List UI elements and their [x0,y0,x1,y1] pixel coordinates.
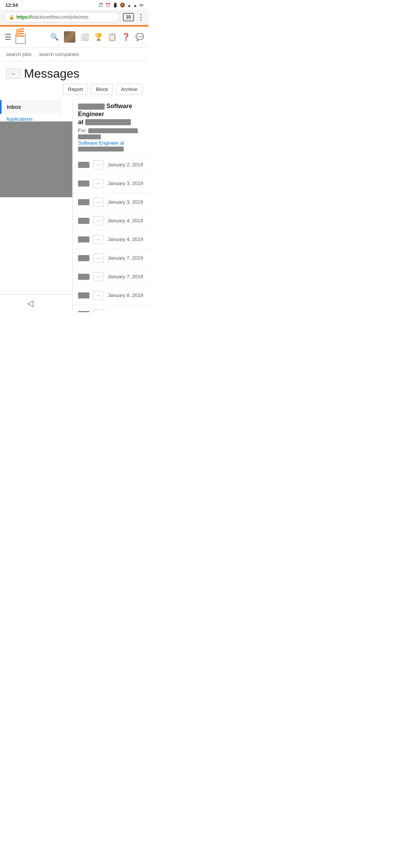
message-item: ··· January 2, 2019 [73,156,148,174]
message-preview-redacted [78,292,89,298]
message-item: ··· January 3, 2019 [73,193,148,212]
message-options-button[interactable]: ··· [93,160,104,169]
message-preview-redacted [78,180,89,187]
action-buttons: Report Block Archive [63,84,142,95]
status-bar: 12:54 🎵 ⏰ 📱 🔕 ▲ ▲ ▭ [0,0,148,10]
thread-company-redacted [85,119,131,125]
achievements-icon[interactable]: 🏆 [94,33,103,41]
message-preview-redacted [78,274,89,280]
message-date: January 4, 2019 [108,236,143,242]
large-redacted-block [0,121,76,197]
thread-for: For: , [78,128,143,139]
battery-icon: ▭ [139,3,143,8]
archive-button[interactable]: Archive [116,84,142,95]
thread-panel: Software Engineer at For: , Software Eng… [72,99,148,312]
inbox-icon[interactable]: ⬜ [81,33,89,41]
hamburger-menu[interactable]: ☰ [5,32,11,41]
message-item: ··· January 8, 2019 [73,305,148,312]
message-item: ··· January 7, 2019 [73,249,148,268]
phone-icon: 📱 [113,3,118,8]
message-options-button[interactable]: ··· [93,272,104,281]
page-header: ← Messages Report Block Archive [0,61,148,99]
thread-subtitle: Software Engineer at [78,140,143,152]
chat-icon[interactable]: 💬 [135,33,144,41]
message-preview-redacted [78,236,89,243]
avatar[interactable] [64,31,75,43]
thread-title: Software Engineer at [78,102,143,126]
message-options-button[interactable]: ··· [93,254,104,263]
message-options-button[interactable]: ··· [93,235,104,244]
sidebar-item-inbox[interactable]: Inbox [0,100,61,114]
message-date: January 8, 2019 [108,311,143,312]
message-date: January 3, 2019 [108,180,143,186]
search-icon[interactable]: 🔍 [50,33,59,41]
bell-muted-icon: 🔕 [120,3,125,8]
message-preview-redacted [78,311,89,312]
message-preview-redacted [78,199,89,205]
alarm-icon: ⏰ [105,3,111,8]
message-date: January 4, 2019 [108,218,143,223]
message-date: January 2, 2019 [108,162,143,168]
tab-count[interactable]: 10 [123,13,134,21]
message-item: ··· January 4, 2019 [73,212,148,230]
so-logo[interactable] [15,30,27,44]
message-options-button[interactable]: ··· [93,179,104,188]
back-button[interactable]: ← [6,69,21,79]
page-title: Messages [24,67,80,81]
message-options-button[interactable]: ··· [93,216,104,225]
message-list: ··· January 2, 2019 ··· January 3, 2019 … [73,156,148,312]
back-nav-button[interactable]: ◁ [27,298,33,308]
thread-header: Software Engineer at For: , Software Eng… [73,99,148,156]
message-date: January 7, 2019 [108,255,143,261]
message-options-button[interactable]: ··· [93,291,104,300]
thread-sender-redacted [78,104,105,110]
lock-icon: 🔒 [9,14,14,20]
message-item: ··· January 8, 2019 [73,286,148,305]
thread-company2-redacted [78,147,124,152]
message-item: ··· January 4, 2019 [73,230,148,249]
url-bar[interactable]: 🔒 https://stackoverflow.com/jobs/mes [4,12,120,22]
message-preview-redacted [78,218,89,224]
nav-tabs: search jobs search companies [0,48,148,61]
message-date: January 8, 2019 [108,292,143,298]
message-item: ··· January 7, 2019 [73,268,148,286]
header-icons: 🔍 ⬜ 🏆 📋 ❓ 💬 [50,31,144,43]
music-icon: 🎵 [98,3,104,8]
tab-search-jobs[interactable]: search jobs [6,51,31,61]
signal-icon: ▲ [133,3,137,8]
message-options-button[interactable]: ··· [93,310,104,312]
message-options-button[interactable]: ··· [93,198,104,207]
wifi-icon: ▲ [127,3,131,8]
content-layout: Inbox Applications Messages Questions Se… [0,99,148,197]
status-icons: 🎵 ⏰ 📱 🔕 ▲ ▲ ▭ [98,3,143,8]
more-button[interactable]: ⋮ [137,13,145,22]
message-preview-redacted [78,162,89,168]
main-content: Inbox Applications Messages Questions Se… [0,99,148,294]
message-item: ··· January 3, 2019 [73,174,148,193]
browser-bar: 🔒 https://stackoverflow.com/jobs/mes 10 … [0,10,148,25]
help-icon[interactable]: ❓ [122,33,130,41]
url-text: https://stackoverflow.com/jobs/mes [16,14,88,20]
url-https: https:// [16,14,32,20]
report-button[interactable]: Report [63,84,88,95]
message-preview-redacted [78,255,89,261]
block-button[interactable]: Block [91,84,113,95]
status-time: 12:54 [5,2,18,8]
message-date: January 3, 2019 [108,199,143,205]
thread-recipient2-redacted [78,134,101,139]
thread-recipient-redacted [88,128,138,133]
site-header: ☰ 🔍 ⬜ 🏆 📋 ❓ 💬 [0,27,148,48]
message-date: January 7, 2019 [108,274,143,279]
review-icon[interactable]: 📋 [108,33,116,41]
tab-search-companies[interactable]: search companies [39,51,79,61]
